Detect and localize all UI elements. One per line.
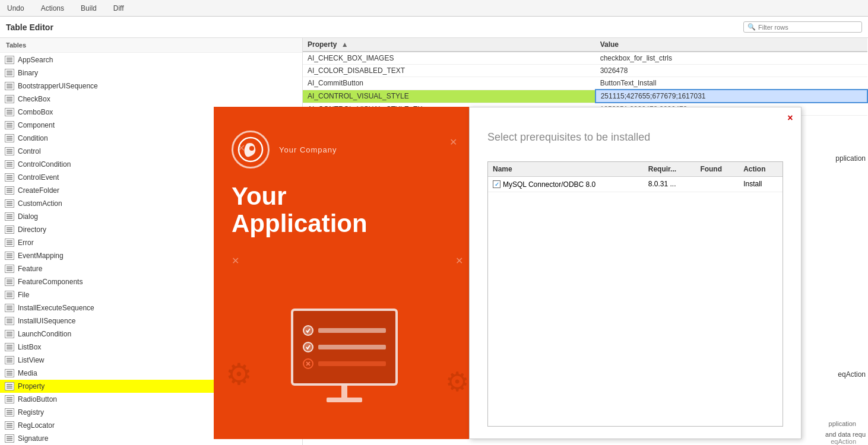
prereq-checkbox-0[interactable]: ✓ (493, 180, 500, 188)
partial-text-application: pplication (833, 153, 868, 164)
x-icon (305, 361, 311, 367)
partial-text-bottom: and data requ (823, 430, 868, 439)
monitor-check-3 (303, 358, 313, 369)
splash-logo-text: Your Company (279, 145, 337, 154)
prereq-dialog: × Select prerequisites to be installed N… (469, 107, 802, 439)
overlay: ✕ ✕ ✕ ✕ ✕ ⚙ ⚙ Your Company YourApplicati… (0, 0, 868, 445)
monitor-bar-3 (318, 361, 386, 366)
monitor-check-1 (303, 325, 313, 336)
deco-x-3: ✕ (232, 255, 239, 266)
splash-logo-svg (237, 136, 264, 163)
prereq-col-name: Name (488, 162, 644, 177)
monitor-bar-2 (318, 345, 386, 349)
splash-app-name-wrapper: YourApplication (232, 183, 368, 237)
monitor-row-1 (303, 325, 386, 336)
prereq-cell-action-0: Install (739, 177, 783, 192)
deco-gear-right: ⚙ (445, 366, 469, 398)
deco-gear-left: ⚙ (226, 357, 252, 392)
splash-app-name: YourApplication (232, 183, 368, 237)
prereq-col-required: Requir... (644, 162, 696, 177)
installer-splash: ✕ ✕ ✕ ✕ ✕ ⚙ ⚙ Your Company YourApplicati… (214, 107, 475, 439)
prereq-table-wrapper[interactable]: Name Requir... Found Action ✓ MySQL Conn… (487, 161, 783, 427)
check-icon-1 (305, 328, 311, 333)
monitor-row-3 (303, 358, 386, 369)
prereq-col-action: Action (739, 162, 783, 177)
splash-logo-icon (232, 131, 270, 169)
prereq-cell-name-0: ✓ MySQL Connector/ODBC 8.0 (488, 177, 644, 192)
prereq-row-0[interactable]: ✓ MySQL Connector/ODBC 8.08.0.31 ...Inst… (488, 177, 783, 192)
prereq-col-found: Found (695, 162, 739, 177)
prereq-content: Select prerequisites to be installed Nam… (470, 107, 801, 438)
prereq-cell-required-0: 8.0.31 ... (644, 177, 696, 192)
monitor-check-2 (303, 342, 313, 352)
splash-logo: Your Company (232, 131, 337, 169)
svg-point-1 (249, 146, 254, 151)
splash-company: Your Company (279, 145, 337, 154)
monitor-bar-1 (318, 328, 386, 333)
prereq-table: Name Requir... Found Action ✓ MySQL Conn… (488, 162, 783, 192)
deco-x-2: ✕ (449, 136, 457, 148)
deco-x-4: ✕ (455, 255, 463, 266)
partial-text-reqaction: eqAction (835, 369, 868, 380)
check-icon-2 (305, 344, 311, 350)
monitor-stand (341, 386, 347, 398)
monitor-row-2 (303, 342, 386, 352)
monitor-base (327, 398, 362, 402)
prereq-cell-found-0 (695, 177, 739, 192)
prereq-title: Select prerequisites to be installed (487, 131, 783, 144)
splash-monitor (285, 309, 404, 415)
monitor-screen (291, 309, 398, 386)
close-button[interactable]: × (784, 112, 796, 124)
